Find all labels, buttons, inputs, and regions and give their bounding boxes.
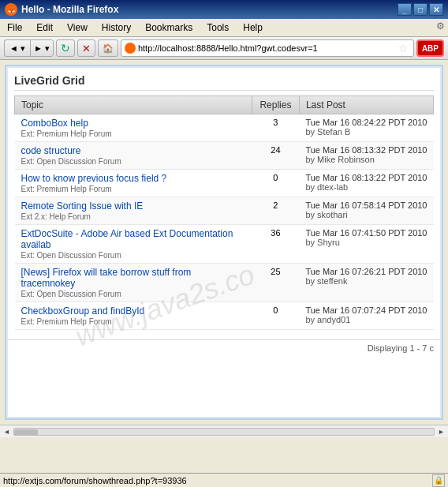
table-row: Remote Sorting Issue with IE Ext 2.x: He… — [15, 197, 434, 225]
replies-cell: 3 — [252, 114, 299, 142]
topic-forum: Ext: Premium Help Forum — [21, 317, 112, 326]
topic-cell: How to know previous focus field ? Ext: … — [15, 170, 252, 197]
lastpost-by: by Stefan B — [305, 127, 350, 137]
table-row: How to know previous focus field ? Ext: … — [15, 170, 434, 197]
menu-history[interactable]: History — [98, 21, 135, 35]
scroll-right-button[interactable]: ► — [436, 428, 446, 436]
col-topic: Topic — [15, 96, 252, 114]
replies-cell: 24 — [252, 142, 299, 170]
topic-link[interactable]: CheckboxGroup and findById — [21, 305, 145, 317]
lastpost-cell: Tue Mar 16 08:13:22 PDT 2010 by dtex-lab — [299, 170, 433, 197]
table-row: [News] Firefox will take borrow stuff fr… — [15, 264, 434, 302]
topic-link[interactable]: [News] Firefox will take borrow stuff fr… — [21, 267, 192, 289]
grid-footer: Displaying 1 - 7 c — [8, 339, 440, 356]
stop-button[interactable]: ✕ — [77, 39, 95, 57]
col-lastpost: Last Post — [299, 96, 433, 114]
col-replies: Replies — [252, 96, 299, 114]
table-row: ComboBox help Ext: Premium Help Forum 3 … — [15, 114, 434, 142]
topic-cell: [News] Firefox will take borrow stuff fr… — [15, 264, 252, 302]
window-title: Hello - Mozilla Firefox — [21, 4, 118, 15]
menu-view[interactable]: View — [63, 21, 91, 35]
statusbar: http://extjs.com/forum/showthread.php?t=… — [0, 473, 448, 487]
lastpost-cell: Tue Mar 16 07:41:50 PDT 2010 by Shyru — [299, 225, 433, 264]
replies-cell: 0 — [252, 170, 299, 197]
window-controls[interactable]: _ □ ✕ — [398, 3, 443, 16]
url-bar-container: ☆ — [121, 39, 414, 57]
minimize-button[interactable]: _ — [398, 3, 412, 16]
scroll-left-button[interactable]: ◄ — [2, 428, 12, 436]
scrollbar-track[interactable] — [13, 428, 435, 436]
topic-link[interactable]: code structure — [21, 145, 81, 156]
lastpost-cell: Tue Mar 16 08:24:22 PDT 2010 by Stefan B — [299, 114, 433, 142]
topic-forum: Ext: Open Discussion Forum — [21, 290, 121, 298]
toolbar: ◄ ▾ ► ▾ ↻ ✕ 🏠 ☆ ABP — [0, 37, 448, 60]
topic-cell: code structure Ext: Open Discussion Foru… — [15, 142, 252, 170]
back-button[interactable]: ◄ ▾ — [4, 39, 30, 57]
topic-link[interactable]: ExtDocSuite - Adobe Air based Ext Docume… — [21, 228, 233, 250]
window-titlebar: 🦊 Hello - Mozilla Firefox _ □ ✕ — [0, 0, 448, 19]
settings-icon[interactable]: ⚙ — [436, 21, 445, 35]
close-button[interactable]: ✕ — [429, 3, 443, 16]
title-left: 🦊 Hello - Mozilla Firefox — [5, 3, 118, 16]
status-url: http://extjs.com/forum/showthread.php?t=… — [3, 476, 432, 485]
replies-cell: 25 — [252, 264, 299, 302]
abp-button[interactable]: ABP — [416, 39, 444, 57]
lastpost-by: by andyd01 — [305, 315, 350, 324]
lastpost-by: by Mike Robinson — [305, 155, 374, 164]
topic-link[interactable]: Remote Sorting Issue with IE — [21, 200, 144, 212]
reload-button[interactable]: ↻ — [56, 39, 75, 57]
topic-link[interactable]: How to know previous focus field ? — [21, 173, 167, 184]
grid-header: Topic Replies Last Post — [15, 96, 434, 114]
menu-edit[interactable]: Edit — [32, 21, 57, 35]
bookmark-star[interactable]: ☆ — [397, 42, 410, 54]
url-input[interactable] — [138, 43, 397, 53]
horizontal-scrollbar[interactable]: ◄ ► — [0, 425, 448, 437]
menu-bookmarks[interactable]: Bookmarks — [141, 21, 196, 35]
maximize-button[interactable]: □ — [413, 3, 427, 16]
topic-cell: Remote Sorting Issue with IE Ext 2.x: He… — [15, 197, 252, 225]
menu-tools[interactable]: Tools — [203, 21, 233, 35]
firefox-icon: 🦊 — [5, 3, 17, 16]
topic-forum: Ext: Open Discussion Forum — [21, 251, 121, 260]
topic-cell: ComboBox help Ext: Premium Help Forum — [15, 114, 252, 142]
lastpost-by: by Shyru — [305, 238, 339, 247]
lastpost-cell: Tue Mar 16 07:26:21 PDT 2010 by steffenk — [299, 264, 433, 302]
replies-cell: 0 — [252, 302, 299, 330]
home-button[interactable]: 🏠 — [98, 39, 118, 57]
grid-table: Topic Replies Last Post ComboBox help Ex… — [14, 96, 434, 330]
status-security-icon: 🔒 — [432, 474, 445, 487]
topic-forum: Ext: Premium Help Forum — [21, 185, 112, 193]
replies-cell: 36 — [252, 225, 299, 264]
replies-cell: 2 — [252, 197, 299, 225]
lastpost-cell: Tue Mar 16 07:58:14 PDT 2010 by skothari — [299, 197, 433, 225]
topic-link[interactable]: ComboBox help — [21, 118, 88, 129]
table-row: ExtDocSuite - Adobe Air based Ext Docume… — [15, 225, 434, 264]
topic-forum: Ext 2.x: Help Forum — [21, 212, 91, 221]
table-row: code structure Ext: Open Discussion Foru… — [15, 142, 434, 170]
table-row: CheckboxGroup and findById Ext: Premium … — [15, 302, 434, 330]
topic-forum: Ext: Premium Help Forum — [21, 129, 112, 138]
scrollbar-thumb[interactable] — [14, 429, 38, 436]
menubar: File Edit View History Bookmarks Tools H… — [0, 19, 448, 37]
topic-cell: CheckboxGroup and findById Ext: Premium … — [15, 302, 252, 330]
topic-cell: ExtDocSuite - Adobe Air based Ext Docume… — [15, 225, 252, 264]
page-favicon — [125, 43, 136, 54]
lastpost-by: by steffenk — [305, 276, 347, 286]
lastpost-by: by skothari — [305, 210, 347, 219]
forward-button[interactable]: ► ▾ — [30, 39, 54, 57]
nav-buttons: ◄ ▾ ► ▾ — [4, 39, 54, 57]
lastpost-by: by dtex-lab — [305, 182, 348, 192]
lastpost-cell: Tue Mar 16 08:13:32 PDT 2010 by Mike Rob… — [299, 142, 433, 170]
menu-file[interactable]: File — [3, 21, 26, 35]
topic-forum: Ext: Open Discussion Forum — [21, 157, 121, 166]
grid-body: ComboBox help Ext: Premium Help Forum 3 … — [15, 114, 434, 330]
menu-help[interactable]: Help — [239, 21, 267, 35]
grid-title: LiveGrid Grid — [14, 74, 434, 91]
lastpost-cell: Tue Mar 16 07:07:24 PDT 2010 by andyd01 — [299, 302, 433, 330]
